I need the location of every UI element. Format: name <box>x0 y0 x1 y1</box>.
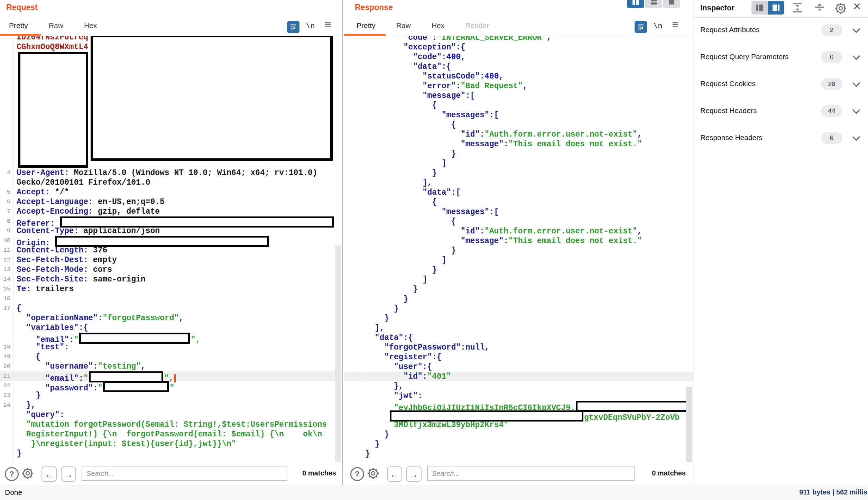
code-line: 13Sec-Fetch-Mode: cors <box>0 265 342 275</box>
code-line: 14Sec-Fetch-Site: same-origin <box>0 275 342 284</box>
code-line: "code":"INTERNAL_SERVER_ERROR", <box>344 36 693 43</box>
search-next-button[interactable]: → <box>61 466 76 482</box>
status-bar: Done 911 bytes | 562 millis <box>0 485 868 500</box>
tab-pretty[interactable]: Pretty <box>9 21 28 30</box>
section-label: Request Attributes <box>700 26 760 34</box>
tab-raw[interactable]: Raw <box>49 21 63 30</box>
section-label: Request Query Parameters <box>700 53 789 61</box>
line-number: 12 <box>0 255 13 265</box>
code-line: ] <box>344 159 693 168</box>
layout-stacked-button[interactable] <box>645 0 662 8</box>
collapse-all-icon[interactable] <box>793 3 802 12</box>
request-scrollbar-thumb[interactable] <box>335 246 341 462</box>
inspector-section-request-headers[interactable]: Request Headers44 <box>693 98 868 125</box>
search-previous-button[interactable]: ← <box>387 466 402 482</box>
chevron-down-icon[interactable] <box>852 52 860 60</box>
section-label: Request Cookies <box>700 80 756 88</box>
code-line: "exception":{ <box>344 43 693 52</box>
inspector-header: Inspector <box>693 0 868 18</box>
code-line: "register":{ <box>344 352 693 362</box>
panel-splitter[interactable] <box>342 0 343 485</box>
response-scrollbar-thumb[interactable] <box>686 387 692 462</box>
code-line: } <box>344 285 693 294</box>
tab-raw[interactable]: Raw <box>396 21 411 30</box>
code-line: "id":"401" <box>344 372 693 381</box>
response-menu-icon[interactable]: ≡ <box>672 19 679 30</box>
tab-pretty[interactable]: Pretty <box>357 21 376 30</box>
line-number: 16 <box>0 294 13 304</box>
request-menu-icon[interactable]: ≡ <box>324 19 331 30</box>
response-search-input[interactable] <box>427 466 635 481</box>
show-newlines-toggle[interactable]: \n <box>653 22 662 31</box>
chevron-down-icon[interactable] <box>852 133 860 141</box>
code-line: "data":[ <box>344 188 693 197</box>
response-editor[interactable]: "code":"INTERNAL_SERVER_ERROR","exceptio… <box>344 36 693 462</box>
response-search-toolbar: ? ← → 0 matches <box>344 462 693 485</box>
line-number: 14 <box>0 275 13 284</box>
request-editor[interactable]: IUz04fNszFULreqCGhxmOoQ8WXmtL44User-Agen… <box>0 36 342 462</box>
search-next-button[interactable]: → <box>406 466 422 482</box>
chevron-down-icon[interactable] <box>852 106 860 114</box>
inspector-settings-gear-icon[interactable] <box>834 1 848 17</box>
line-number: 24 <box>0 400 13 410</box>
code-line: "code":400, <box>344 52 693 62</box>
chevron-down-icon[interactable] <box>852 79 860 87</box>
code-line: "variables":{ <box>0 323 342 333</box>
code-line: } <box>344 439 693 449</box>
redaction-box <box>91 36 333 161</box>
response-panel: Response PrettyRawHexRender \n ≡ "code":… <box>344 0 693 485</box>
line-number: 18 <box>0 342 13 352</box>
line-number: 23 <box>0 391 13 400</box>
code-line: { <box>344 217 693 226</box>
search-settings-gear-icon[interactable] <box>366 466 380 482</box>
inspector-section-request-cookies[interactable]: Request Cookies28 <box>693 71 868 98</box>
code-line: 23} <box>0 391 342 400</box>
inspector-close-icon[interactable]: × <box>853 0 861 13</box>
word-wrap-icon <box>637 23 645 31</box>
section-count-badge: 6 <box>821 132 842 144</box>
code-line: "message":[ <box>344 91 693 101</box>
line-number: 19 <box>0 352 13 362</box>
chevron-down-icon[interactable] <box>852 25 860 33</box>
word-wrap-toggle-button[interactable] <box>635 21 647 33</box>
code-line: 11Content-Length: 376 <box>0 246 342 255</box>
inspector-section-response-headers[interactable]: Response Headers6 <box>693 125 868 152</box>
word-wrap-toggle-button[interactable] <box>287 21 299 33</box>
code-line: } <box>344 168 693 178</box>
code-line: RegisterInput!) {\n forgotPassword(email… <box>0 429 342 439</box>
line-number: 6 <box>0 197 13 207</box>
inspector-section-request-query-parameters[interactable]: Request Query Parameters0 <box>693 44 868 71</box>
code-line: } <box>344 149 693 159</box>
code-line: "mutation forgotPassword($email: String!… <box>0 420 342 429</box>
inspector-section-request-attributes[interactable]: Request Attributes2 <box>693 17 868 44</box>
code-line: { <box>344 101 693 110</box>
expand-all-icon[interactable] <box>815 3 824 11</box>
code-line: } <box>344 304 693 314</box>
code-line: "eyJhbGciOiJIUzI1NiIsInR5cCI6IkpXVCJ9. <box>344 401 693 410</box>
inspector-dock-panel-button[interactable] <box>768 1 784 15</box>
show-newlines-toggle[interactable]: \n <box>306 22 315 31</box>
search-previous-button[interactable]: ← <box>41 466 57 482</box>
code-line: ] <box>344 256 693 265</box>
help-icon[interactable]: ? <box>350 467 364 481</box>
tab-hex[interactable]: Hex <box>84 21 97 30</box>
response-panel-title: Response <box>355 3 393 12</box>
tab-render[interactable]: Render <box>465 21 489 30</box>
line-number: 5 <box>0 187 13 197</box>
line-number: 4 <box>0 168 13 178</box>
request-search-toolbar: ? ← → 0 matches <box>0 462 342 485</box>
line-number: 7 <box>0 207 13 216</box>
help-icon[interactable]: ? <box>5 467 19 481</box>
code-line: gtxvDEqnSVuPbY-2ZoVb <box>344 410 693 420</box>
inspector-title: Inspector <box>700 3 735 12</box>
request-search-input[interactable] <box>82 466 287 481</box>
layout-single-button[interactable] <box>663 0 680 8</box>
code-line: "user":{ <box>344 362 693 372</box>
layout-side-by-side-button[interactable] <box>627 0 644 8</box>
status-message: Done <box>5 488 22 497</box>
inspector-dock-right-button[interactable] <box>751 1 768 15</box>
search-settings-gear-icon[interactable] <box>21 466 35 482</box>
code-line: ], <box>344 323 693 333</box>
request-match-count: 0 matches <box>302 469 336 477</box>
tab-hex[interactable]: Hex <box>432 21 444 30</box>
